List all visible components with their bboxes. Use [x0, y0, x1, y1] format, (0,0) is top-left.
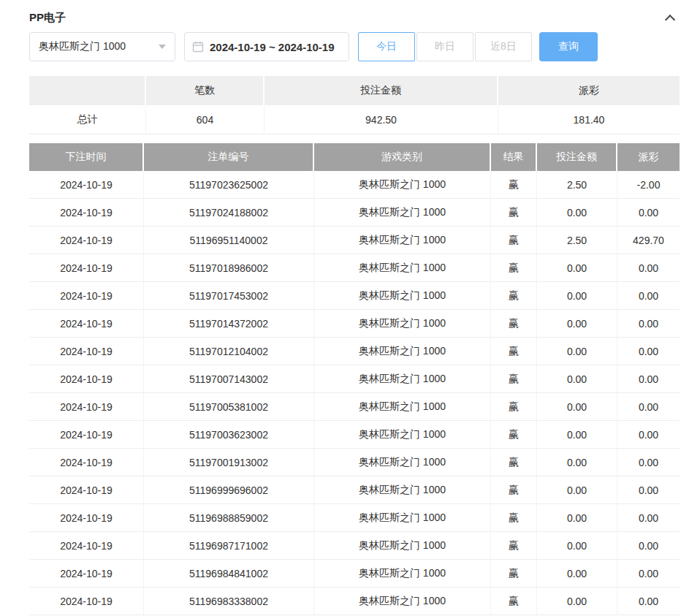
table-row: 2024-10-19 51196983338002 奥林匹斯之门 1000 赢 … — [29, 588, 680, 615]
chevron-up-icon[interactable] — [665, 15, 675, 25]
cell-order-id: 51196951140002 — [144, 227, 314, 254]
cell-order-id: 51197005381002 — [144, 393, 314, 421]
last-8-days-button[interactable]: 近8日 — [475, 32, 532, 61]
summary-col-empty — [29, 76, 146, 105]
cell-bet-amount: 0.00 — [537, 282, 617, 310]
table-row: 2024-10-19 51196951140002 奥林匹斯之门 1000 赢 … — [29, 227, 680, 254]
panel-title: PP电子 — [29, 11, 66, 25]
table-row: 2024-10-19 51197012104002 奥林匹斯之门 1000 赢 … — [29, 338, 680, 365]
cell-result: 赢 — [491, 227, 537, 254]
summary-total-row: 总计 604 942.50 181.40 — [29, 105, 680, 134]
game-select-value: 奥林匹斯之门 1000 — [39, 40, 126, 53]
cell-order-id: 51197014372002 — [144, 310, 314, 338]
table-row: 2024-10-19 51197005381002 奥林匹斯之门 1000 赢 … — [29, 393, 680, 421]
cell-payout: 0.00 — [617, 560, 680, 588]
cell-bet-time: 2024-10-19 — [29, 588, 144, 615]
cell-order-id: 51197012104002 — [144, 338, 314, 365]
cell-bet-amount: 0.00 — [537, 310, 617, 338]
cell-bet-time: 2024-10-19 — [29, 310, 144, 338]
cell-game-type: 奥林匹斯之门 1000 — [314, 449, 491, 476]
yesterday-button[interactable]: 昨日 — [416, 32, 473, 61]
table-row: 2024-10-19 51196988859002 奥林匹斯之门 1000 赢 … — [29, 504, 680, 532]
summary-header-row: 笔数 投注金额 派彩 — [29, 76, 680, 105]
summary-col-count: 笔数 — [146, 76, 265, 105]
cell-payout: 0.00 — [617, 588, 680, 615]
cell-order-id: 51196984841002 — [144, 560, 314, 588]
cell-result: 赢 — [491, 171, 537, 199]
cell-payout: 429.70 — [617, 227, 680, 254]
cell-order-id: 51197001913002 — [144, 449, 314, 476]
cell-game-type: 奥林匹斯之门 1000 — [314, 421, 491, 449]
summary-total-bet-amount: 942.50 — [265, 105, 498, 134]
cell-result: 赢 — [491, 282, 537, 310]
filter-bar: 奥林匹斯之门 1000 2024-10-19 ~ 2024-10-19 今日 昨… — [29, 32, 680, 61]
cell-order-id: 51196988859002 — [144, 504, 314, 532]
cell-result: 赢 — [491, 254, 537, 282]
cell-payout: 0.00 — [617, 365, 680, 393]
cell-bet-amount: 0.00 — [537, 254, 617, 282]
cell-payout: 0.00 — [617, 476, 680, 504]
cell-bet-time: 2024-10-19 — [29, 199, 144, 227]
col-header-game-type: 游戏类别 — [314, 143, 491, 171]
cell-payout: 0.00 — [617, 393, 680, 421]
cell-bet-amount: 0.00 — [537, 449, 617, 476]
cell-game-type: 奥林匹斯之门 1000 — [314, 171, 491, 199]
table-row: 2024-10-19 51197017453002 奥林匹斯之门 1000 赢 … — [29, 282, 680, 310]
cell-bet-time: 2024-10-19 — [29, 282, 144, 310]
game-select[interactable]: 奥林匹斯之门 1000 — [29, 32, 175, 61]
today-button[interactable]: 今日 — [358, 32, 415, 61]
cell-bet-time: 2024-10-19 — [29, 171, 144, 199]
table-row: 2024-10-19 51196999696002 奥林匹斯之门 1000 赢 … — [29, 476, 680, 504]
cell-result: 赢 — [491, 338, 537, 365]
col-header-result: 结果 — [491, 143, 537, 171]
cell-bet-time: 2024-10-19 — [29, 365, 144, 393]
summary-col-payout: 派彩 — [498, 76, 680, 105]
cell-payout: 0.00 — [617, 421, 680, 449]
cell-bet-amount: 2.50 — [537, 227, 617, 254]
cell-bet-time: 2024-10-19 — [29, 393, 144, 421]
cell-order-id: 51196983338002 — [144, 588, 314, 615]
cell-payout: 0.00 — [617, 338, 680, 365]
cell-result: 赢 — [491, 449, 537, 476]
cell-bet-amount: 0.00 — [537, 338, 617, 365]
date-range-value: 2024-10-19 ~ 2024-10-19 — [210, 41, 335, 53]
cell-bet-amount: 0.00 — [537, 560, 617, 588]
cell-bet-time: 2024-10-19 — [29, 338, 144, 365]
cell-game-type: 奥林匹斯之门 1000 — [314, 199, 491, 227]
bet-records-table: 下注时间 注单编号 游戏类别 结果 投注金额 派彩 2024-10-19 511… — [29, 143, 680, 615]
cell-payout: 0.00 — [617, 504, 680, 532]
cell-game-type: 奥林匹斯之门 1000 — [314, 532, 491, 560]
cell-payout: 0.00 — [617, 449, 680, 476]
summary-total-count: 604 — [146, 105, 265, 134]
search-button[interactable]: 查询 — [539, 32, 598, 61]
cell-order-id: 51196999696002 — [144, 476, 314, 504]
cell-bet-time: 2024-10-19 — [29, 227, 144, 254]
cell-game-type: 奥林匹斯之门 1000 — [314, 282, 491, 310]
cell-game-type: 奥林匹斯之门 1000 — [314, 560, 491, 588]
cell-payout: 0.00 — [617, 282, 680, 310]
summary-total-payout: 181.40 — [498, 105, 680, 134]
cell-bet-time: 2024-10-19 — [29, 504, 144, 532]
cell-bet-amount: 0.00 — [537, 421, 617, 449]
cell-game-type: 奥林匹斯之门 1000 — [314, 504, 491, 532]
col-header-bet-time: 下注时间 — [29, 143, 144, 171]
cell-result: 赢 — [491, 199, 537, 227]
cell-order-id: 51197017453002 — [144, 282, 314, 310]
cell-payout: -2.00 — [617, 171, 680, 199]
date-range-picker[interactable]: 2024-10-19 ~ 2024-10-19 — [184, 32, 349, 61]
cell-order-id: 51197023625002 — [144, 171, 314, 199]
cell-result: 赢 — [491, 560, 537, 588]
cell-payout: 0.00 — [617, 254, 680, 282]
col-header-order-id: 注单编号 — [144, 143, 314, 171]
cell-order-id: 51197018986002 — [144, 254, 314, 282]
cell-game-type: 奥林匹斯之门 1000 — [314, 227, 491, 254]
table-row: 2024-10-19 51196987171002 奥林匹斯之门 1000 赢 … — [29, 532, 680, 560]
cell-game-type: 奥林匹斯之门 1000 — [314, 310, 491, 338]
cell-game-type: 奥林匹斯之门 1000 — [314, 588, 491, 615]
cell-game-type: 奥林匹斯之门 1000 — [314, 365, 491, 393]
cell-bet-amount: 0.00 — [537, 199, 617, 227]
cell-result: 赢 — [491, 476, 537, 504]
cell-result: 赢 — [491, 588, 537, 615]
cell-bet-time: 2024-10-19 — [29, 476, 144, 504]
cell-bet-amount: 2.50 — [537, 171, 617, 199]
